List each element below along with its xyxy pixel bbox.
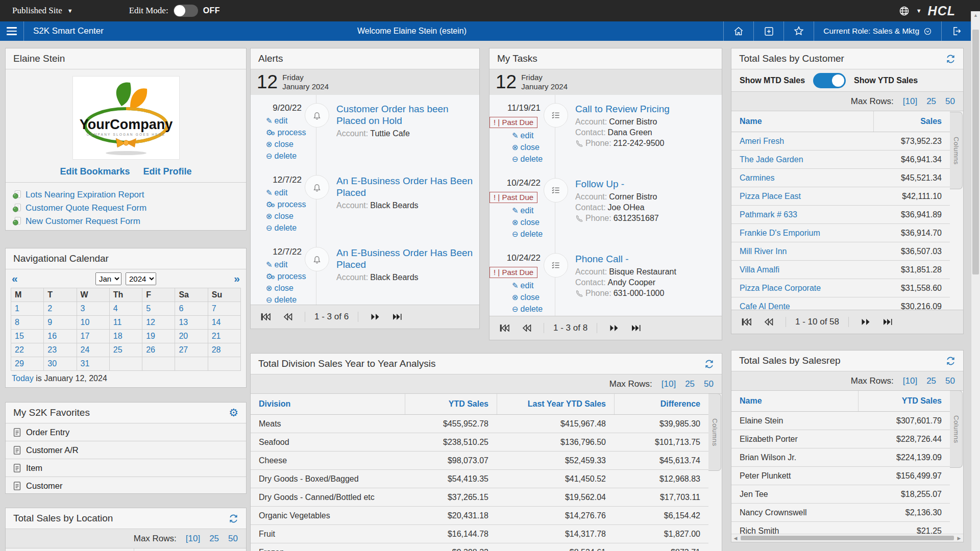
column-header-sales[interactable]: Sales [873,111,950,132]
edit-link[interactable]: ✎edit [512,206,541,215]
customer-name-link[interactable]: The Jade Garden [740,155,803,164]
calendar-date-link[interactable]: 21 [212,332,221,341]
favorite-item[interactable]: Order Entry [6,423,246,441]
calendar-date-link[interactable]: 27 [179,345,188,355]
next-page-icon[interactable] [861,318,870,325]
calendar-date-link[interactable]: 13 [179,318,188,327]
calendar-date-link[interactable]: 20 [179,332,188,341]
calendar-date-cell[interactable] [142,357,175,371]
alert-title-link[interactable]: An E-Business Order Has Been Placed [336,175,475,198]
edit-bookmarks-link[interactable]: Edit Bookmarks [60,166,130,177]
calendar-date-cell[interactable]: 26 [142,343,175,357]
first-page-icon[interactable] [742,318,752,325]
calendar-date-link[interactable]: 9 [47,318,52,327]
column-header-ytd[interactable]: YTD Sales [405,394,497,414]
calendar-date-cell[interactable] [110,357,142,371]
max-rows-10[interactable]: [10] [662,379,676,389]
max-rows-50[interactable]: 50 [704,379,714,389]
bookmark-link[interactable]: Lots Nearing Expiration Report [26,190,144,200]
max-rows-25[interactable]: 25 [209,534,219,544]
delete-link[interactable]: ⊖delete [512,230,541,239]
customer-name-link[interactable]: Pizza Place East [740,192,801,201]
calendar-date-cell[interactable]: 25 [110,343,142,357]
prev-page-icon[interactable] [283,313,292,320]
calendar-date-link[interactable]: 10 [81,318,90,327]
close-link[interactable]: ⊗close [266,140,302,149]
first-page-icon[interactable] [261,313,271,320]
max-rows-25[interactable]: 25 [685,379,695,389]
calendar-date-cell[interactable]: 4 [110,302,142,316]
language-caret-icon[interactable]: ▼ [916,8,922,14]
delete-link[interactable]: ⊖delete [266,295,302,305]
favorites-star-icon[interactable] [784,21,814,41]
process-link[interactable]: ⚙⚙process [266,128,302,137]
close-link[interactable]: ⊗close [512,143,541,152]
calendar-date-link[interactable]: 6 [179,304,183,313]
alert-title-link[interactable]: Customer Order has been Placed on Hold [336,103,475,127]
calendar-date-link[interactable]: 5 [146,304,151,313]
calendar-date-cell[interactable]: 29 [11,357,44,371]
calendar-date-link[interactable]: 12 [146,318,155,327]
last-page-icon[interactable] [392,313,402,320]
calendar-date-cell[interactable]: 18 [110,330,142,343]
max-rows-50[interactable]: 50 [228,534,238,544]
columns-tab[interactable]: Columns [950,112,963,189]
bookmark-item[interactable]: Customer Quote Request Form [12,203,246,213]
year-select[interactable]: 2024 [126,272,156,285]
calendar-date-cell[interactable]: 2 [44,302,77,316]
task-title-link[interactable]: Call to Review Pricing [575,103,718,115]
calendar-date-link[interactable]: 4 [113,304,118,313]
column-header-difference[interactable]: Difference [614,394,708,414]
process-link[interactable]: ⚙⚙process [266,200,302,209]
calendar-date-link[interactable]: 25 [113,345,122,355]
calendar-date-link[interactable]: 30 [47,359,57,368]
calendar-date-link[interactable]: 31 [81,359,90,368]
calendar-date-cell[interactable]: 15 [11,330,44,343]
calendar-date-cell[interactable]: 7 [208,302,241,316]
calendar-date-link[interactable]: 28 [212,345,221,355]
calendar-next-button[interactable]: » [234,272,240,285]
next-page-icon[interactable] [371,313,380,320]
calendar-date-cell[interactable]: 3 [77,302,110,316]
column-header-name[interactable]: Name [731,117,873,126]
edit-link[interactable]: ✎edit [266,260,302,269]
customer-name-link[interactable]: Cafe Al Dente [740,302,790,311]
process-link[interactable]: ⚙⚙process [266,272,302,281]
calendar-date-link[interactable]: 17 [81,332,90,341]
delete-link[interactable]: ⊖delete [266,223,302,233]
calendar-date-cell[interactable]: 19 [142,330,175,343]
calendar-date-cell[interactable]: 10 [77,316,110,330]
edit-link[interactable]: ✎edit [266,116,302,126]
calendar-date-cell[interactable]: 16 [44,330,77,343]
logout-icon[interactable] [942,21,971,41]
close-link[interactable]: ⊗close [512,218,541,227]
published-site-menu[interactable]: Published Site ▼ [12,6,73,16]
calendar-date-cell[interactable]: 8 [11,316,44,330]
edit-mode-toggle[interactable] [174,5,198,17]
calendar-date-link[interactable]: 26 [146,345,155,355]
calendar-date-link[interactable]: 24 [81,345,90,355]
calendar-date-cell[interactable]: 6 [175,302,208,316]
scrollbar-thumb[interactable] [972,30,979,274]
calendar-date-link[interactable]: 3 [81,304,85,313]
max-rows-50[interactable]: 50 [945,376,955,386]
last-page-icon[interactable] [631,324,641,332]
alert-title-link[interactable]: An E-Business Order Has Been Placed [336,247,475,270]
column-header-ytd[interactable]: YTD Sales [858,391,950,411]
calendar-date-link[interactable]: 16 [47,332,57,341]
customer-name-link[interactable]: Mill River Inn [740,247,787,256]
close-link[interactable]: ⊗close [266,284,302,293]
favorite-item[interactable]: Customer A/R [6,441,246,459]
calendar-date-link[interactable]: 14 [212,318,221,327]
favorite-item[interactable]: Customer [6,477,246,494]
bookmark-item[interactable]: Lots Nearing Expiration Report [12,190,246,200]
customer-name-link[interactable]: Ameri Fresh [740,137,784,145]
bookmark-item[interactable]: New Customer Request Form [12,216,246,227]
max-rows-10[interactable]: [10] [903,96,917,107]
scroll-right-arrow-icon[interactable]: ▶ [955,536,963,541]
calendar-date-link[interactable]: 23 [47,345,57,355]
delete-link[interactable]: ⊖delete [512,305,541,314]
calendar-date-cell[interactable]: 17 [77,330,110,343]
today-link[interactable]: Today [12,374,34,383]
edit-link[interactable]: ✎edit [512,281,541,290]
